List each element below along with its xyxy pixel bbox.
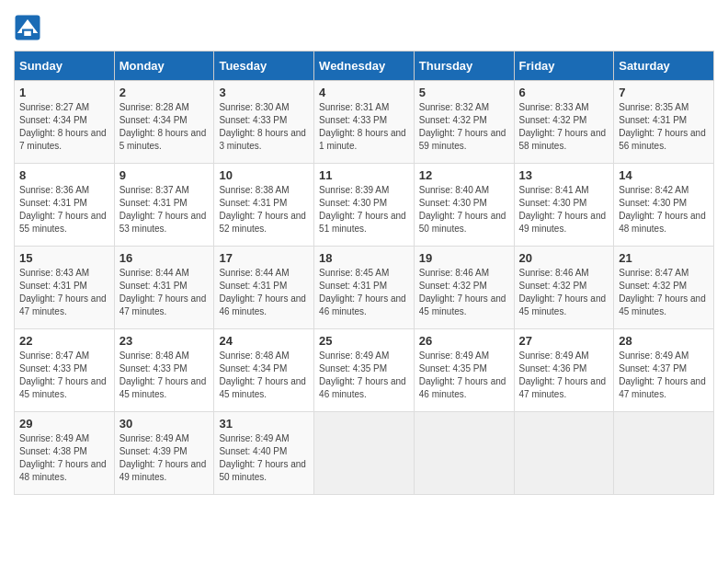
- calendar-cell: [414, 412, 514, 495]
- weekday-header-wednesday: Wednesday: [314, 52, 415, 81]
- day-info: Sunrise: 8:35 AMSunset: 4:31 PMDaylight:…: [619, 102, 706, 151]
- day-number: 5: [419, 86, 509, 99]
- calendar-cell: 2 Sunrise: 8:28 AMSunset: 4:34 PMDayligh…: [114, 81, 214, 164]
- weekday-header-sunday: Sunday: [15, 52, 115, 81]
- day-number: 18: [319, 251, 409, 265]
- calendar-cell: 21 Sunrise: 8:47 AMSunset: 4:32 PMDaylig…: [614, 247, 714, 329]
- weekday-header-row: SundayMondayTuesdayWednesdayThursdayFrid…: [15, 52, 714, 81]
- calendar-cell: 12 Sunrise: 8:40 AMSunset: 4:30 PMDaylig…: [414, 164, 514, 247]
- day-info: Sunrise: 8:44 AMSunset: 4:31 PMDaylight:…: [219, 268, 306, 316]
- calendar-cell: 17 Sunrise: 8:44 AMSunset: 4:31 PMDaylig…: [214, 247, 314, 329]
- calendar-cell: 5 Sunrise: 8:32 AMSunset: 4:32 PMDayligh…: [414, 81, 514, 164]
- calendar-cell: 11 Sunrise: 8:39 AMSunset: 4:30 PMDaylig…: [314, 164, 415, 247]
- day-number: 9: [119, 168, 210, 182]
- day-number: 10: [219, 168, 309, 182]
- day-info: Sunrise: 8:28 AMSunset: 4:34 PMDaylight:…: [119, 102, 207, 151]
- calendar-cell: 8 Sunrise: 8:36 AMSunset: 4:31 PMDayligh…: [15, 164, 115, 247]
- day-number: 31: [219, 417, 309, 431]
- calendar-cell: 28 Sunrise: 8:49 AMSunset: 4:37 PMDaylig…: [614, 329, 714, 412]
- week-row-4: 22 Sunrise: 8:47 AMSunset: 4:33 PMDaylig…: [15, 329, 714, 412]
- day-info: Sunrise: 8:47 AMSunset: 4:32 PMDaylight:…: [619, 268, 706, 316]
- day-info: Sunrise: 8:42 AMSunset: 4:30 PMDaylight:…: [619, 185, 706, 234]
- day-info: Sunrise: 8:45 AMSunset: 4:31 PMDaylight:…: [319, 268, 406, 316]
- day-number: 7: [619, 86, 709, 99]
- day-number: 22: [19, 334, 109, 348]
- logo: [14, 14, 45, 41]
- day-info: Sunrise: 8:49 AMSunset: 4:40 PMDaylight:…: [219, 433, 306, 482]
- day-info: Sunrise: 8:41 AMSunset: 4:30 PMDaylight:…: [519, 185, 607, 234]
- day-number: 25: [319, 334, 409, 348]
- calendar-cell: 23 Sunrise: 8:48 AMSunset: 4:33 PMDaylig…: [114, 329, 214, 412]
- week-row-2: 8 Sunrise: 8:36 AMSunset: 4:31 PMDayligh…: [15, 164, 714, 247]
- calendar-cell: 26 Sunrise: 8:49 AMSunset: 4:35 PMDaylig…: [414, 329, 514, 412]
- day-number: 19: [419, 251, 509, 265]
- week-row-5: 29 Sunrise: 8:49 AMSunset: 4:38 PMDaylig…: [15, 412, 714, 495]
- day-info: Sunrise: 8:37 AMSunset: 4:31 PMDaylight:…: [119, 185, 207, 234]
- calendar-cell: 30 Sunrise: 8:49 AMSunset: 4:39 PMDaylig…: [114, 412, 214, 495]
- day-number: 4: [319, 86, 409, 99]
- day-number: 13: [519, 168, 609, 182]
- day-info: Sunrise: 8:39 AMSunset: 4:30 PMDaylight:…: [319, 185, 406, 234]
- calendar-cell: 6 Sunrise: 8:33 AMSunset: 4:32 PMDayligh…: [514, 81, 614, 164]
- calendar-cell: 25 Sunrise: 8:49 AMSunset: 4:35 PMDaylig…: [314, 329, 415, 412]
- day-number: 20: [519, 251, 609, 265]
- day-info: Sunrise: 8:49 AMSunset: 4:35 PMDaylight:…: [419, 350, 506, 399]
- day-info: Sunrise: 8:32 AMSunset: 4:32 PMDaylight:…: [419, 102, 506, 151]
- calendar-cell: 24 Sunrise: 8:48 AMSunset: 4:34 PMDaylig…: [214, 329, 314, 412]
- day-info: Sunrise: 8:49 AMSunset: 4:38 PMDaylight:…: [19, 433, 107, 482]
- day-number: 28: [619, 334, 709, 348]
- weekday-header-tuesday: Tuesday: [214, 52, 314, 81]
- day-number: 6: [519, 86, 609, 99]
- calendar-cell: 4 Sunrise: 8:31 AMSunset: 4:33 PMDayligh…: [314, 81, 415, 164]
- calendar-cell: [314, 412, 415, 495]
- calendar-cell: [514, 412, 614, 495]
- day-info: Sunrise: 8:49 AMSunset: 4:35 PMDaylight:…: [319, 350, 406, 399]
- day-info: Sunrise: 8:30 AMSunset: 4:33 PMDaylight:…: [219, 102, 306, 151]
- day-number: 15: [19, 251, 109, 265]
- day-info: Sunrise: 8:46 AMSunset: 4:32 PMDaylight:…: [519, 268, 607, 316]
- day-info: Sunrise: 8:49 AMSunset: 4:36 PMDaylight:…: [519, 350, 607, 399]
- day-info: Sunrise: 8:49 AMSunset: 4:37 PMDaylight:…: [619, 350, 706, 399]
- calendar-cell: 3 Sunrise: 8:30 AMSunset: 4:33 PMDayligh…: [214, 81, 314, 164]
- calendar-cell: 22 Sunrise: 8:47 AMSunset: 4:33 PMDaylig…: [15, 329, 115, 412]
- day-info: Sunrise: 8:31 AMSunset: 4:33 PMDaylight:…: [319, 102, 406, 151]
- calendar-cell: 31 Sunrise: 8:49 AMSunset: 4:40 PMDaylig…: [214, 412, 314, 495]
- calendar-cell: 27 Sunrise: 8:49 AMSunset: 4:36 PMDaylig…: [514, 329, 614, 412]
- day-info: Sunrise: 8:48 AMSunset: 4:33 PMDaylight:…: [119, 350, 207, 399]
- day-info: Sunrise: 8:38 AMSunset: 4:31 PMDaylight:…: [219, 185, 306, 234]
- day-number: 30: [119, 417, 210, 431]
- calendar-cell: 9 Sunrise: 8:37 AMSunset: 4:31 PMDayligh…: [114, 164, 214, 247]
- day-info: Sunrise: 8:40 AMSunset: 4:30 PMDaylight:…: [419, 185, 506, 234]
- day-number: 26: [419, 334, 509, 348]
- calendar-cell: 16 Sunrise: 8:44 AMSunset: 4:31 PMDaylig…: [114, 247, 214, 329]
- day-number: 24: [219, 334, 309, 348]
- day-number: 14: [619, 168, 709, 182]
- day-number: 17: [219, 251, 309, 265]
- day-number: 21: [619, 251, 709, 265]
- calendar-table: SundayMondayTuesdayWednesdayThursdayFrid…: [14, 51, 714, 495]
- day-number: 1: [19, 86, 109, 99]
- weekday-header-thursday: Thursday: [414, 52, 514, 81]
- day-number: 3: [219, 86, 309, 99]
- day-number: 11: [319, 168, 409, 182]
- weekday-header-friday: Friday: [514, 52, 614, 81]
- day-info: Sunrise: 8:49 AMSunset: 4:39 PMDaylight:…: [119, 433, 207, 482]
- day-info: Sunrise: 8:47 AMSunset: 4:33 PMDaylight:…: [19, 350, 107, 399]
- day-info: Sunrise: 8:36 AMSunset: 4:31 PMDaylight:…: [19, 185, 107, 234]
- day-number: 12: [419, 168, 509, 182]
- day-info: Sunrise: 8:33 AMSunset: 4:32 PMDaylight:…: [519, 102, 607, 151]
- calendar-cell: 10 Sunrise: 8:38 AMSunset: 4:31 PMDaylig…: [214, 164, 314, 247]
- svg-rect-3: [24, 31, 31, 36]
- day-number: 16: [119, 251, 210, 265]
- day-info: Sunrise: 8:44 AMSunset: 4:31 PMDaylight:…: [119, 268, 207, 316]
- calendar-cell: 13 Sunrise: 8:41 AMSunset: 4:30 PMDaylig…: [514, 164, 614, 247]
- weekday-header-monday: Monday: [114, 52, 214, 81]
- day-number: 23: [119, 334, 210, 348]
- day-number: 27: [519, 334, 609, 348]
- calendar-cell: 15 Sunrise: 8:43 AMSunset: 4:31 PMDaylig…: [15, 247, 115, 329]
- day-info: Sunrise: 8:43 AMSunset: 4:31 PMDaylight:…: [19, 268, 107, 316]
- calendar-cell: [614, 412, 714, 495]
- day-info: Sunrise: 8:48 AMSunset: 4:34 PMDaylight:…: [219, 350, 306, 399]
- day-number: 2: [119, 86, 210, 99]
- calendar-cell: 29 Sunrise: 8:49 AMSunset: 4:38 PMDaylig…: [15, 412, 115, 495]
